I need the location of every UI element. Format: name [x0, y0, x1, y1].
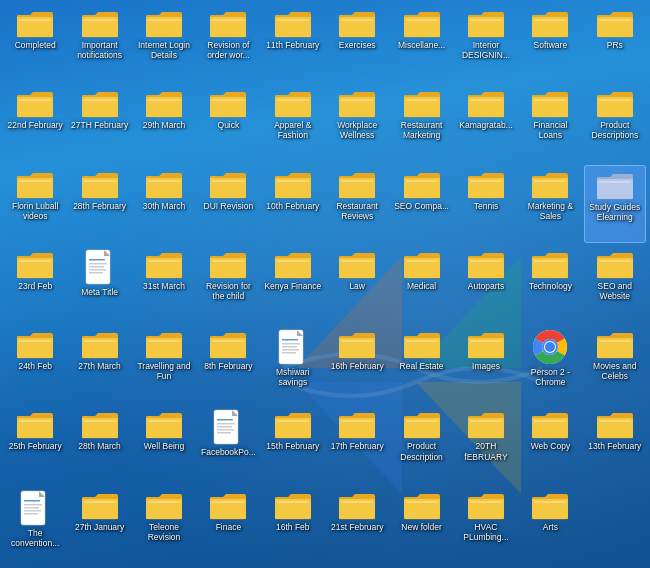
icon-label: 29th March [143, 120, 186, 130]
desktop-icon-person2-chrome[interactable]: Person 2 - Chrome [519, 325, 581, 403]
desktop-icon-30th-march[interactable]: 30th March [133, 165, 195, 243]
desktop-icon-travelling-fun[interactable]: Travelling and Fun [133, 325, 195, 403]
desktop-icon-revision-child[interactable]: Revision for the child [197, 245, 259, 323]
desktop-icon-dui-revision[interactable]: DUI Revision [197, 165, 259, 243]
desktop-icon-internet-login[interactable]: Internet Login Details [133, 4, 195, 82]
desktop-icon-real-estate[interactable]: Real Estate [390, 325, 452, 403]
desktop-icon-new-folder[interactable]: New folder [390, 486, 452, 564]
icon-label: SEO and Website [586, 281, 644, 301]
icon-label: Workplace Wellness [328, 120, 386, 140]
desktop-icon-24th-feb[interactable]: 24th Feb [4, 325, 66, 403]
svg-rect-248 [24, 504, 42, 506]
svg-rect-67 [406, 99, 438, 101]
folder-icon [146, 249, 182, 279]
desktop-icon-the-convention[interactable]: The convention... [4, 486, 66, 564]
desktop-icon-21st-february[interactable]: 21st February [326, 486, 388, 564]
desktop-icon-17th-february[interactable]: 17th February [326, 405, 388, 483]
desktop-icon-hvac-plumbing[interactable]: HVAC PLumbing... [455, 486, 517, 564]
folder-icon [210, 490, 246, 520]
icon-label: Person 2 - Chrome [521, 367, 579, 387]
desktop-icon-16th-february[interactable]: 16th February [326, 325, 388, 403]
desktop-icon-important-notif[interactable]: Important notifications [68, 4, 130, 82]
icon-label: 20TH fEBRUARY [457, 441, 515, 461]
desktop-icon-20th-february[interactable]: 20TH fEBRUARY [455, 405, 517, 483]
desktop-icon-29th-march[interactable]: 29th March [133, 84, 195, 162]
desktop-icon-27th-january[interactable]: 27th January [68, 486, 130, 564]
svg-rect-153 [470, 260, 502, 262]
desktop-icon-mshiwari-savings[interactable]: Mshiwari savings [262, 325, 324, 403]
desktop-icon-images[interactable]: Images [455, 325, 517, 403]
desktop-icon-study-guides[interactable]: Study Guides Elearning [584, 165, 646, 243]
desktop-icon-revision-order[interactable]: Revision of order wor... [197, 4, 259, 82]
desktop-icon-meta-title[interactable]: Meta Title [68, 245, 130, 323]
desktop-icon-florin-luball[interactable]: Florin Luball videos [4, 165, 66, 243]
desktop-icon-23rd-feb[interactable]: 23rd Feb [4, 245, 66, 323]
desktop-icon-product-descriptions[interactable]: Product Descriptions [584, 84, 646, 162]
desktop-icon-interior-design[interactable]: Interior DESIGNIN... [455, 4, 517, 82]
icon-label: 31st March [143, 281, 185, 291]
desktop-icon-technology[interactable]: Technology [519, 245, 581, 323]
desktop-icon-quick[interactable]: Quick [197, 84, 259, 162]
desktop-icon-movies-celebs[interactable]: Movies and Celebs [584, 325, 646, 403]
icon-label: 16th Feb [276, 522, 310, 532]
desktop-icon-medical[interactable]: Medical [390, 245, 452, 323]
desktop-icon-seo-website[interactable]: SEO and Website [584, 245, 646, 323]
folder-icon [404, 249, 440, 279]
icon-label: Well Being [144, 441, 184, 451]
desktop-icon-25th-february[interactable]: 25th February [4, 405, 66, 483]
svg-rect-35 [534, 19, 566, 21]
desktop-icon-arts[interactable]: Arts [519, 486, 581, 564]
folder-icon [275, 490, 311, 520]
desktop-icon-16th-feb[interactable]: 16th Feb [262, 486, 324, 564]
svg-rect-187 [341, 340, 373, 342]
desktop-icon-law[interactable]: Law [326, 245, 388, 323]
desktop-icon-restaurant-reviews[interactable]: Restaurant Reviews [326, 165, 388, 243]
svg-rect-241 [534, 420, 566, 422]
svg-rect-107 [406, 180, 438, 182]
desktop-icon-11th-february[interactable]: 11th February [262, 4, 324, 82]
desktop-icon-22nd-february[interactable]: 22nd February [4, 84, 66, 162]
folder-icon [468, 8, 504, 38]
desktop-icon-prs[interactable]: PRs [584, 4, 646, 82]
icon-label: FacebookPo... [201, 447, 256, 457]
desktop-icon-marketing-sales[interactable]: Marketing & Sales [519, 165, 581, 243]
desktop-icon-software[interactable]: Software [519, 4, 581, 82]
svg-rect-79 [599, 99, 631, 101]
desktop-icon-workplace-wellness[interactable]: Workplace Wellness [326, 84, 388, 162]
desktop-icon-web-copy[interactable]: Web Copy [519, 405, 581, 483]
desktop-icon-kamagratab[interactable]: Kamagratab... [455, 84, 517, 162]
desktop-icon-27th-march[interactable]: 27th March [68, 325, 130, 403]
desktop-icon-facebookpo[interactable]: FacebookPo... [197, 405, 259, 483]
desktop-icon-13th-february[interactable]: 13th February [584, 405, 646, 483]
desktop-icon-15th-february[interactable]: 15th February [262, 405, 324, 483]
desktop-icon-finace[interactable]: Finace [197, 486, 259, 564]
folder-icon [275, 409, 311, 439]
icon-label: Kamagratab... [459, 120, 512, 130]
desktop-icon-31st-march[interactable]: 31st March [133, 245, 195, 323]
svg-rect-111 [470, 180, 502, 182]
desktop-icon-28th-february[interactable]: 28th February [68, 165, 130, 243]
svg-rect-191 [406, 340, 438, 342]
icon-label: Interior DESIGNIN... [457, 40, 515, 60]
desktop-icon-tennis[interactable]: Tennis [455, 165, 517, 243]
icon-label: 27TH February [71, 120, 128, 130]
desktop-icon-8th-february[interactable]: 8th February [197, 325, 259, 403]
desktop-icon-apparel-fashion[interactable]: Apparel & Fashion [262, 84, 324, 162]
desktop-icon-product-description[interactable]: Product Description [390, 405, 452, 483]
desktop-icon-well-being[interactable]: Well Being [133, 405, 195, 483]
desktop-icon-27th-february[interactable]: 27TH February [68, 84, 130, 162]
svg-rect-39 [599, 19, 631, 21]
desktop-icon-autoparts[interactable]: Autoparts [455, 245, 517, 323]
desktop-icon-restaurant-marketing[interactable]: Restaurant Marketing [390, 84, 452, 162]
desktop-icon-28th-march[interactable]: 28th March [68, 405, 130, 483]
desktop-icon-teleone-revision[interactable]: Teleone Revision [133, 486, 195, 564]
icon-label: 27th January [75, 522, 124, 532]
desktop-icon-kenya-finance[interactable]: Kenya Finance [262, 245, 324, 323]
desktop-icon-exercises[interactable]: Exercises [326, 4, 388, 82]
svg-rect-103 [341, 180, 373, 182]
desktop-icon-financial-loans[interactable]: Financial Loans [519, 84, 581, 162]
desktop-icon-completed[interactable]: Completed [4, 4, 66, 82]
desktop-icon-10th-february[interactable]: 10th February [262, 165, 324, 243]
desktop-icon-seo-compa[interactable]: SEO Compa... [390, 165, 452, 243]
desktop-icon-miscellaneous[interactable]: Miscellane... [390, 4, 452, 82]
